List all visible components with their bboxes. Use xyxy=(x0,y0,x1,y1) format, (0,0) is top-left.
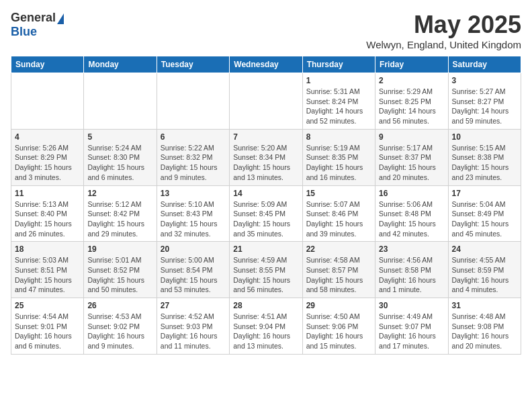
day-number: 15 xyxy=(306,189,371,198)
logo-blue-text: Blue xyxy=(11,25,37,39)
logo-triangle-icon xyxy=(57,13,64,24)
calendar-cell: 14Sunrise: 5:09 AM Sunset: 8:45 PM Dayli… xyxy=(230,185,302,242)
day-info: Sunrise: 5:00 AM Sunset: 8:54 PM Dayligh… xyxy=(161,255,226,295)
day-number: 5 xyxy=(87,132,152,142)
day-info: Sunrise: 5:24 AM Sunset: 8:30 PM Dayligh… xyxy=(87,143,152,183)
day-number: 10 xyxy=(452,132,517,142)
day-number: 13 xyxy=(161,189,226,198)
day-info: Sunrise: 5:29 AM Sunset: 8:25 PM Dayligh… xyxy=(379,87,444,126)
day-number: 30 xyxy=(379,301,444,310)
day-number: 4 xyxy=(15,132,80,142)
day-info: Sunrise: 5:10 AM Sunset: 8:43 PM Dayligh… xyxy=(161,199,226,239)
calendar-cell xyxy=(157,73,229,130)
day-info: Sunrise: 4:54 AM Sunset: 9:01 PM Dayligh… xyxy=(15,312,80,351)
weekday-header-row: SundayMondayTuesdayWednesdayThursdayFrid… xyxy=(11,56,521,73)
calendar-week-row: 25Sunrise: 4:54 AM Sunset: 9:01 PM Dayli… xyxy=(11,298,521,355)
day-info: Sunrise: 5:07 AM Sunset: 8:46 PM Dayligh… xyxy=(306,199,371,239)
calendar-cell: 12Sunrise: 5:12 AM Sunset: 8:42 PM Dayli… xyxy=(84,185,157,242)
day-info: Sunrise: 4:58 AM Sunset: 8:57 PM Dayligh… xyxy=(306,255,371,295)
day-info: Sunrise: 5:31 AM Sunset: 8:24 PM Dayligh… xyxy=(306,87,371,126)
weekday-header-thursday: Thursday xyxy=(302,56,375,73)
day-info: Sunrise: 5:17 AM Sunset: 8:37 PM Dayligh… xyxy=(379,143,444,183)
day-number: 18 xyxy=(15,244,80,254)
logo-general-text: General xyxy=(11,11,56,25)
calendar-cell: 21Sunrise: 4:59 AM Sunset: 8:55 PM Dayli… xyxy=(230,242,302,298)
calendar-cell: 8Sunrise: 5:19 AM Sunset: 8:35 PM Daylig… xyxy=(302,129,375,185)
day-info: Sunrise: 5:09 AM Sunset: 8:45 PM Dayligh… xyxy=(233,199,298,239)
day-info: Sunrise: 4:53 AM Sunset: 9:02 PM Dayligh… xyxy=(87,312,152,351)
weekday-header-wednesday: Wednesday xyxy=(230,56,302,73)
calendar-cell xyxy=(230,73,302,130)
calendar-cell: 30Sunrise: 4:49 AM Sunset: 9:07 PM Dayli… xyxy=(375,298,448,355)
day-info: Sunrise: 5:15 AM Sunset: 8:38 PM Dayligh… xyxy=(452,143,517,183)
calendar-cell: 29Sunrise: 4:50 AM Sunset: 9:06 PM Dayli… xyxy=(302,298,375,355)
day-info: Sunrise: 4:59 AM Sunset: 8:55 PM Dayligh… xyxy=(233,255,298,295)
calendar-cell: 6Sunrise: 5:22 AM Sunset: 8:32 PM Daylig… xyxy=(157,129,229,185)
day-number: 20 xyxy=(161,244,226,254)
day-number: 12 xyxy=(87,189,152,198)
title-block: May 2025 Welwyn, England, United Kingdom xyxy=(366,11,521,50)
day-info: Sunrise: 5:06 AM Sunset: 8:48 PM Dayligh… xyxy=(379,199,444,239)
weekday-header-tuesday: Tuesday xyxy=(157,56,229,73)
calendar-cell: 18Sunrise: 5:03 AM Sunset: 8:51 PM Dayli… xyxy=(11,242,84,298)
day-info: Sunrise: 5:03 AM Sunset: 8:51 PM Dayligh… xyxy=(15,255,80,295)
day-info: Sunrise: 4:52 AM Sunset: 9:03 PM Dayligh… xyxy=(161,312,226,351)
day-info: Sunrise: 4:50 AM Sunset: 9:06 PM Dayligh… xyxy=(306,312,371,351)
day-number: 2 xyxy=(379,76,444,85)
weekday-header-friday: Friday xyxy=(375,56,448,73)
day-number: 21 xyxy=(233,244,298,254)
day-number: 1 xyxy=(306,76,371,85)
day-number: 26 xyxy=(87,301,152,310)
day-number: 8 xyxy=(306,132,371,142)
calendar-cell: 2Sunrise: 5:29 AM Sunset: 8:25 PM Daylig… xyxy=(375,73,448,130)
day-number: 22 xyxy=(306,244,371,254)
day-number: 14 xyxy=(233,189,298,198)
day-info: Sunrise: 4:49 AM Sunset: 9:07 PM Dayligh… xyxy=(379,312,444,351)
day-info: Sunrise: 5:12 AM Sunset: 8:42 PM Dayligh… xyxy=(87,199,152,239)
calendar-cell xyxy=(11,73,84,130)
calendar-cell: 15Sunrise: 5:07 AM Sunset: 8:46 PM Dayli… xyxy=(302,185,375,242)
calendar-cell: 10Sunrise: 5:15 AM Sunset: 8:38 PM Dayli… xyxy=(448,129,521,185)
calendar-week-row: 11Sunrise: 5:13 AM Sunset: 8:40 PM Dayli… xyxy=(11,185,521,242)
day-info: Sunrise: 4:56 AM Sunset: 8:58 PM Dayligh… xyxy=(379,255,444,295)
day-info: Sunrise: 5:20 AM Sunset: 8:34 PM Dayligh… xyxy=(233,143,298,183)
calendar-cell: 22Sunrise: 4:58 AM Sunset: 8:57 PM Dayli… xyxy=(302,242,375,298)
calendar-week-row: 4Sunrise: 5:26 AM Sunset: 8:29 PM Daylig… xyxy=(11,129,521,185)
calendar-cell: 25Sunrise: 4:54 AM Sunset: 9:01 PM Dayli… xyxy=(11,298,84,355)
calendar-cell: 31Sunrise: 4:48 AM Sunset: 9:08 PM Dayli… xyxy=(448,298,521,355)
day-number: 23 xyxy=(379,244,444,254)
day-number: 31 xyxy=(452,301,517,310)
calendar-cell: 28Sunrise: 4:51 AM Sunset: 9:04 PM Dayli… xyxy=(230,298,302,355)
calendar-cell: 5Sunrise: 5:24 AM Sunset: 8:30 PM Daylig… xyxy=(84,129,157,185)
logo: General Blue xyxy=(11,11,64,39)
calendar-cell: 20Sunrise: 5:00 AM Sunset: 8:54 PM Dayli… xyxy=(157,242,229,298)
calendar-cell: 9Sunrise: 5:17 AM Sunset: 8:37 PM Daylig… xyxy=(375,129,448,185)
calendar-cell: 7Sunrise: 5:20 AM Sunset: 8:34 PM Daylig… xyxy=(230,129,302,185)
calendar-cell: 11Sunrise: 5:13 AM Sunset: 8:40 PM Dayli… xyxy=(11,185,84,242)
day-number: 19 xyxy=(87,244,152,254)
day-number: 24 xyxy=(452,244,517,254)
day-number: 7 xyxy=(233,132,298,142)
day-number: 9 xyxy=(379,132,444,142)
day-number: 11 xyxy=(15,189,80,198)
calendar-cell xyxy=(84,73,157,130)
day-info: Sunrise: 4:51 AM Sunset: 9:04 PM Dayligh… xyxy=(233,312,298,351)
calendar-cell: 19Sunrise: 5:01 AM Sunset: 8:52 PM Dayli… xyxy=(84,242,157,298)
day-number: 17 xyxy=(452,189,517,198)
calendar-cell: 24Sunrise: 4:55 AM Sunset: 8:59 PM Dayli… xyxy=(448,242,521,298)
day-number: 6 xyxy=(161,132,226,142)
day-info: Sunrise: 5:19 AM Sunset: 8:35 PM Dayligh… xyxy=(306,143,371,183)
calendar-cell: 4Sunrise: 5:26 AM Sunset: 8:29 PM Daylig… xyxy=(11,129,84,185)
day-number: 25 xyxy=(15,301,80,310)
day-info: Sunrise: 5:04 AM Sunset: 8:49 PM Dayligh… xyxy=(452,199,517,239)
day-number: 27 xyxy=(161,301,226,310)
page-header: General Blue May 2025 Welwyn, England, U… xyxy=(11,11,521,50)
day-number: 3 xyxy=(452,76,517,85)
calendar-week-row: 1Sunrise: 5:31 AM Sunset: 8:24 PM Daylig… xyxy=(11,73,521,130)
calendar-table: SundayMondayTuesdayWednesdayThursdayFrid… xyxy=(11,56,521,355)
calendar-cell: 1Sunrise: 5:31 AM Sunset: 8:24 PM Daylig… xyxy=(302,73,375,130)
calendar-cell: 27Sunrise: 4:52 AM Sunset: 9:03 PM Dayli… xyxy=(157,298,229,355)
calendar-cell: 16Sunrise: 5:06 AM Sunset: 8:48 PM Dayli… xyxy=(375,185,448,242)
weekday-header-saturday: Saturday xyxy=(448,56,521,73)
day-info: Sunrise: 5:22 AM Sunset: 8:32 PM Dayligh… xyxy=(161,143,226,183)
